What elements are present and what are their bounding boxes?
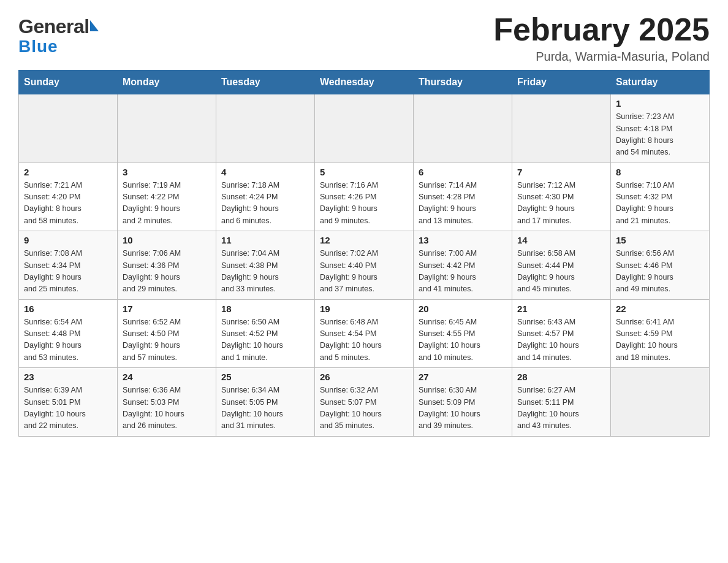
calendar-cell	[414, 94, 512, 163]
calendar-cell: 21Sunrise: 6:43 AMSunset: 4:57 PMDayligh…	[512, 299, 611, 368]
day-info: Sunrise: 7:16 AMSunset: 4:26 PMDaylight:…	[320, 180, 408, 228]
calendar-cell: 18Sunrise: 6:50 AMSunset: 4:52 PMDayligh…	[216, 299, 315, 368]
day-number: 8	[616, 167, 704, 177]
calendar-cell: 17Sunrise: 6:52 AMSunset: 4:50 PMDayligh…	[118, 299, 216, 368]
header-wednesday: Wednesday	[315, 71, 414, 94]
calendar-title: February 2025	[493, 12, 710, 47]
day-info: Sunrise: 7:08 AMSunset: 4:34 PMDaylight:…	[24, 248, 112, 296]
calendar-week-4: 16Sunrise: 6:54 AMSunset: 4:48 PMDayligh…	[19, 299, 710, 368]
logo-arrow-icon	[90, 20, 99, 31]
day-info: Sunrise: 6:58 AMSunset: 4:44 PMDaylight:…	[517, 248, 605, 296]
calendar-cell: 5Sunrise: 7:16 AMSunset: 4:26 PMDaylight…	[315, 163, 414, 231]
header-tuesday: Tuesday	[216, 71, 315, 94]
calendar-cell: 9Sunrise: 7:08 AMSunset: 4:34 PMDaylight…	[19, 231, 118, 300]
day-info: Sunrise: 6:52 AMSunset: 4:50 PMDaylight:…	[123, 316, 211, 364]
day-number: 20	[419, 304, 507, 314]
day-info: Sunrise: 7:14 AMSunset: 4:28 PMDaylight:…	[419, 180, 507, 228]
day-number: 11	[221, 235, 309, 245]
day-info: Sunrise: 6:50 AMSunset: 4:52 PMDaylight:…	[221, 316, 309, 364]
day-number: 25	[221, 372, 309, 382]
day-number: 9	[24, 235, 112, 245]
day-info: Sunrise: 6:43 AMSunset: 4:57 PMDaylight:…	[517, 316, 605, 364]
calendar-table: Sunday Monday Tuesday Wednesday Thursday…	[18, 70, 710, 437]
logo-general-text: General	[18, 15, 89, 38]
day-info: Sunrise: 7:12 AMSunset: 4:30 PMDaylight:…	[517, 180, 605, 228]
day-number: 2	[24, 167, 112, 177]
calendar-cell: 13Sunrise: 7:00 AMSunset: 4:42 PMDayligh…	[414, 231, 512, 300]
day-number: 10	[123, 235, 211, 245]
header-saturday: Saturday	[611, 71, 710, 94]
day-info: Sunrise: 6:30 AMSunset: 5:09 PMDaylight:…	[419, 385, 507, 432]
day-number: 5	[320, 167, 408, 177]
calendar-cell: 24Sunrise: 6:36 AMSunset: 5:03 PMDayligh…	[118, 368, 216, 437]
day-info: Sunrise: 7:21 AMSunset: 4:20 PMDaylight:…	[24, 180, 112, 228]
header-friday: Friday	[512, 71, 611, 94]
day-number: 13	[419, 235, 507, 245]
header-sunday: Sunday	[19, 71, 118, 94]
title-block: February 2025 Purda, Warmia-Masuria, Pol…	[493, 12, 710, 64]
calendar-cell: 26Sunrise: 6:32 AMSunset: 5:07 PMDayligh…	[315, 368, 414, 437]
calendar-cell	[216, 94, 315, 163]
calendar-cell	[512, 94, 611, 163]
calendar-cell: 23Sunrise: 6:39 AMSunset: 5:01 PMDayligh…	[19, 368, 118, 437]
day-number: 12	[320, 235, 408, 245]
day-info: Sunrise: 6:56 AMSunset: 4:46 PMDaylight:…	[616, 248, 704, 296]
calendar-cell: 22Sunrise: 6:41 AMSunset: 4:59 PMDayligh…	[611, 299, 710, 368]
header-monday: Monday	[118, 71, 216, 94]
day-info: Sunrise: 7:04 AMSunset: 4:38 PMDaylight:…	[221, 248, 309, 296]
day-number: 7	[517, 167, 605, 177]
day-info: Sunrise: 6:54 AMSunset: 4:48 PMDaylight:…	[24, 316, 112, 364]
day-number: 17	[123, 304, 211, 314]
calendar-cell: 27Sunrise: 6:30 AMSunset: 5:09 PMDayligh…	[414, 368, 512, 437]
day-info: Sunrise: 7:00 AMSunset: 4:42 PMDaylight:…	[419, 248, 507, 296]
day-number: 26	[320, 372, 408, 382]
day-number: 27	[419, 372, 507, 382]
day-info: Sunrise: 6:45 AMSunset: 4:55 PMDaylight:…	[419, 316, 507, 364]
calendar-cell: 4Sunrise: 7:18 AMSunset: 4:24 PMDaylight…	[216, 163, 315, 231]
day-info: Sunrise: 7:06 AMSunset: 4:36 PMDaylight:…	[123, 248, 211, 296]
day-number: 28	[517, 372, 605, 382]
day-info: Sunrise: 7:10 AMSunset: 4:32 PMDaylight:…	[616, 180, 704, 228]
day-number: 1	[616, 98, 704, 109]
calendar-week-1: 1Sunrise: 7:23 AMSunset: 4:18 PMDaylight…	[19, 94, 710, 163]
calendar-cell: 7Sunrise: 7:12 AMSunset: 4:30 PMDaylight…	[512, 163, 611, 231]
calendar-cell: 19Sunrise: 6:48 AMSunset: 4:54 PMDayligh…	[315, 299, 414, 368]
day-number: 23	[24, 372, 112, 382]
calendar-cell: 28Sunrise: 6:27 AMSunset: 5:11 PMDayligh…	[512, 368, 611, 437]
day-info: Sunrise: 6:39 AMSunset: 5:01 PMDaylight:…	[24, 385, 112, 432]
logo-blue-text: Blue	[18, 37, 58, 56]
day-info: Sunrise: 6:48 AMSunset: 4:54 PMDaylight:…	[320, 316, 408, 364]
calendar-cell: 25Sunrise: 6:34 AMSunset: 5:05 PMDayligh…	[216, 368, 315, 437]
calendar-cell: 10Sunrise: 7:06 AMSunset: 4:36 PMDayligh…	[118, 231, 216, 300]
calendar-cell: 15Sunrise: 6:56 AMSunset: 4:46 PMDayligh…	[611, 231, 710, 300]
day-number: 3	[123, 167, 211, 177]
weekday-header-row: Sunday Monday Tuesday Wednesday Thursday…	[19, 71, 710, 94]
day-number: 6	[419, 167, 507, 177]
calendar-cell: 3Sunrise: 7:19 AMSunset: 4:22 PMDaylight…	[118, 163, 216, 231]
calendar-week-3: 9Sunrise: 7:08 AMSunset: 4:34 PMDaylight…	[19, 231, 710, 300]
day-number: 19	[320, 304, 408, 314]
logo: General Blue	[18, 12, 99, 56]
day-info: Sunrise: 6:34 AMSunset: 5:05 PMDaylight:…	[221, 385, 309, 432]
calendar-cell	[611, 368, 710, 437]
calendar-cell	[118, 94, 216, 163]
day-info: Sunrise: 7:19 AMSunset: 4:22 PMDaylight:…	[123, 180, 211, 228]
day-info: Sunrise: 6:32 AMSunset: 5:07 PMDaylight:…	[320, 385, 408, 432]
calendar-cell: 1Sunrise: 7:23 AMSunset: 4:18 PMDaylight…	[611, 94, 710, 163]
day-info: Sunrise: 6:41 AMSunset: 4:59 PMDaylight:…	[616, 316, 704, 364]
day-number: 15	[616, 235, 704, 245]
calendar-cell: 16Sunrise: 6:54 AMSunset: 4:48 PMDayligh…	[19, 299, 118, 368]
day-number: 22	[616, 304, 704, 314]
day-info: Sunrise: 7:18 AMSunset: 4:24 PMDaylight:…	[221, 180, 309, 228]
day-number: 24	[123, 372, 211, 382]
day-info: Sunrise: 7:23 AMSunset: 4:18 PMDaylight:…	[616, 111, 704, 159]
calendar-cell: 6Sunrise: 7:14 AMSunset: 4:28 PMDaylight…	[414, 163, 512, 231]
calendar-week-5: 23Sunrise: 6:39 AMSunset: 5:01 PMDayligh…	[19, 368, 710, 437]
day-number: 21	[517, 304, 605, 314]
day-number: 16	[24, 304, 112, 314]
header-thursday: Thursday	[414, 71, 512, 94]
calendar-cell: 8Sunrise: 7:10 AMSunset: 4:32 PMDaylight…	[611, 163, 710, 231]
calendar-cell	[315, 94, 414, 163]
day-info: Sunrise: 6:36 AMSunset: 5:03 PMDaylight:…	[123, 385, 211, 432]
day-info: Sunrise: 6:27 AMSunset: 5:11 PMDaylight:…	[517, 385, 605, 432]
